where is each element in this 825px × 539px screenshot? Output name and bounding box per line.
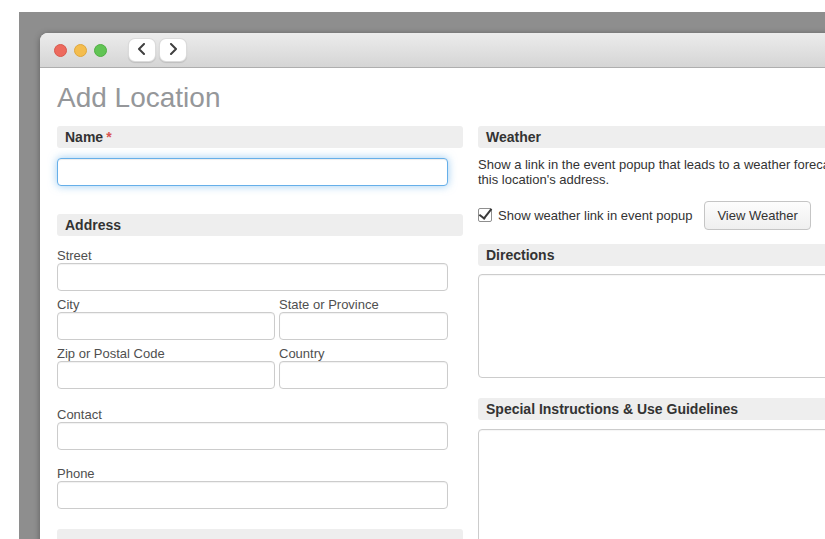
traffic-lights (54, 44, 114, 57)
back-button[interactable] (128, 38, 156, 62)
window-titlebar[interactable] (40, 33, 825, 68)
form-content: Add Location Name* Address Street (40, 68, 825, 539)
close-button[interactable] (54, 44, 67, 57)
country-input[interactable] (279, 361, 448, 389)
contact-field-group: Contact (57, 407, 448, 450)
phone-label: Phone (57, 466, 448, 481)
street-field-group: Street (57, 248, 448, 291)
required-asterisk: * (106, 129, 111, 145)
minimize-button[interactable] (74, 44, 87, 57)
street-label: Street (57, 248, 448, 263)
weather-description: Show a link in the event popup that lead… (478, 157, 825, 187)
directions-section-header: Directions (478, 244, 825, 266)
weather-section-header: Weather (478, 126, 825, 148)
state-input[interactable] (279, 312, 448, 340)
weather-checkbox-label[interactable]: Show weather link in event popup (498, 208, 692, 223)
zoom-button[interactable] (94, 44, 107, 57)
city-label: City (57, 297, 275, 312)
contact-input[interactable] (57, 422, 448, 450)
country-label: Country (279, 346, 448, 361)
forward-button[interactable] (159, 38, 187, 62)
chevron-left-icon (137, 43, 147, 58)
special-instructions-section: Special Instructions & Use Guidelines (478, 398, 825, 539)
directions-section: Directions (478, 244, 825, 378)
directions-textarea[interactable] (478, 274, 825, 378)
weather-description-line2: this location's address. (478, 172, 825, 187)
zip-label: Zip or Postal Code (57, 346, 275, 361)
weather-section: Weather Show a link in the event popup t… (478, 126, 825, 230)
special-instructions-header: Special Instructions & Use Guidelines (478, 398, 825, 420)
address-section: Address Street City State o (57, 214, 463, 539)
phone-field-group: Phone (57, 466, 448, 509)
nav-buttons (128, 38, 190, 62)
left-column: Name* Address Street City (57, 126, 463, 539)
special-instructions-textarea[interactable] (478, 429, 825, 539)
weather-description-line1: Show a link in the event popup that lead… (478, 157, 825, 172)
weather-checkbox[interactable] (478, 208, 492, 222)
right-column: Weather Show a link in the event popup t… (478, 126, 825, 539)
zip-input[interactable] (57, 361, 275, 389)
city-state-row: City State or Province (57, 297, 448, 340)
view-weather-button[interactable]: View Weather (704, 201, 810, 230)
name-section: Name* (57, 126, 463, 186)
name-input[interactable] (57, 158, 448, 186)
page-title: Add Location (57, 84, 825, 112)
add-location-window: Add Location Name* Address Street (40, 33, 825, 539)
zip-country-row: Zip or Postal Code Country (57, 346, 448, 389)
city-input[interactable] (57, 312, 275, 340)
weather-checkbox-row: Show weather link in event popup View We… (478, 200, 825, 230)
address-section-header: Address (57, 214, 463, 236)
name-section-header: Name* (57, 126, 463, 148)
contact-label: Contact (57, 407, 448, 422)
phone-input[interactable] (57, 481, 448, 509)
state-label: State or Province (279, 297, 448, 312)
name-header-label: Name (65, 129, 103, 145)
chevron-right-icon (168, 43, 178, 58)
clipped-section-header (57, 529, 463, 539)
street-input[interactable] (57, 263, 448, 291)
